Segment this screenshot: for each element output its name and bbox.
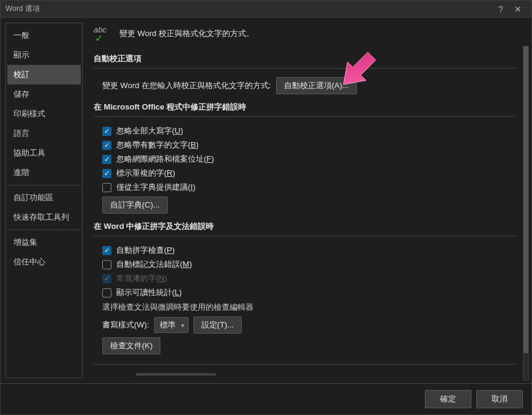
footer: 確定 取消 <box>1 383 531 414</box>
checkbox-confused-words: 常混淆的字(N) <box>102 273 515 284</box>
checkbox-icon[interactable] <box>102 183 111 192</box>
window-title: Word 選項 <box>6 4 492 14</box>
sidebar-divider <box>7 185 81 185</box>
checkbox-icon[interactable] <box>102 169 111 178</box>
checkbox-icon[interactable] <box>102 246 111 255</box>
checkbox-mark-grammar[interactable]: 自動標記文法錯誤(M) <box>102 259 515 270</box>
sidebar-item-advanced[interactable]: 進階 <box>7 163 81 182</box>
checkbox-check-spelling[interactable]: 自動拼字檢查(P) <box>102 245 515 256</box>
checkbox-icon[interactable] <box>102 288 111 297</box>
scrollbar[interactable] <box>523 46 529 381</box>
scrollbar-thumb[interactable] <box>523 47 528 353</box>
autocorrect-options-button[interactable]: 自動校正選項(A)... <box>276 77 357 94</box>
checkbox-icon <box>102 274 111 283</box>
writing-style-label: 書寫樣式(W): <box>102 320 149 331</box>
custom-dictionaries-button[interactable]: 自訂字典(C)... <box>102 196 168 214</box>
exceptions-document-select[interactable]: W文件1 <box>136 373 215 376</box>
section-autocorrect-heading: 自動校正選項 <box>94 53 515 64</box>
sidebar-item-quick-access[interactable]: 快速存取工具列 <box>7 208 81 227</box>
help-icon[interactable]: ? <box>492 1 509 18</box>
checkbox-flag-repeated[interactable]: 標示重複的字(R) <box>102 168 515 179</box>
writing-style-select[interactable]: 標準 <box>154 317 189 333</box>
main-panel: abc ✓ 變更 Word 校正與格式化文字的方式。 自動校正選項 變更 Wor… <box>83 18 531 383</box>
sidebar-item-typography[interactable]: 印刷樣式 <box>7 104 81 124</box>
sidebar-item-language[interactable]: 語言 <box>7 124 81 143</box>
titlebar: Word 選項 ? ✕ <box>1 1 531 18</box>
checker-desc: 選擇檢查文法與微調時要使用的檢查編輯器 <box>102 302 515 313</box>
sidebar: 一般 顯示 校訂 儲存 印刷樣式 語言 協助工具 進階 自訂功能區 快速存取工具… <box>6 23 83 378</box>
checkbox-icon[interactable] <box>102 260 111 269</box>
proofing-icon: abc ✓ <box>94 25 113 42</box>
autocorrect-desc: 變更 Word 在您輸入時校正與格式化文字的方式: <box>102 80 271 91</box>
checkbox-icon[interactable] <box>102 127 111 136</box>
section-office-spelling-heading: 在 Microsoft Office 程式中修正拼字錯誤時 <box>94 102 515 113</box>
checkbox-ignore-urls[interactable]: 忽略網際網路和檔案位址(F) <box>102 154 515 165</box>
settings-button[interactable]: 設定(T)... <box>193 316 242 334</box>
close-icon[interactable]: ✕ <box>509 1 526 18</box>
sidebar-item-proofing[interactable]: 校訂 <box>7 65 81 84</box>
checkbox-icon[interactable] <box>102 141 111 150</box>
check-icon: ✓ <box>95 32 103 44</box>
sidebar-item-trust-center[interactable]: 信任中心 <box>7 252 81 272</box>
sidebar-item-accessibility[interactable]: 協助工具 <box>7 143 81 163</box>
sidebar-item-save[interactable]: 儲存 <box>7 84 81 104</box>
ok-button[interactable]: 確定 <box>425 390 471 408</box>
sidebar-item-customize-ribbon[interactable]: 自訂功能區 <box>7 188 81 208</box>
sidebar-item-general[interactable]: 一般 <box>7 26 81 45</box>
sidebar-divider <box>7 230 81 230</box>
checkbox-ignore-numbers[interactable]: 忽略帶有數字的文字(B) <box>102 140 515 151</box>
cancel-button[interactable]: 取消 <box>476 390 523 408</box>
page-description: 變更 Word 校正與格式化文字的方式。 <box>119 28 254 39</box>
check-document-button[interactable]: 檢查文件(K) <box>102 337 160 354</box>
sidebar-item-display[interactable]: 顯示 <box>7 45 81 65</box>
checkbox-icon[interactable] <box>102 155 111 164</box>
sidebar-item-addins[interactable]: 增益集 <box>7 233 81 252</box>
checkbox-main-dict-only[interactable]: 僅從主字典提供建議(I) <box>102 182 515 193</box>
checkbox-readability-stats[interactable]: 顯示可讀性統計(L) <box>102 287 515 298</box>
section-word-spelling-heading: 在 Word 中修正拼字及文法錯誤時 <box>94 221 515 232</box>
checkbox-ignore-uppercase[interactable]: 忽略全部大寫字(U) <box>102 125 515 136</box>
